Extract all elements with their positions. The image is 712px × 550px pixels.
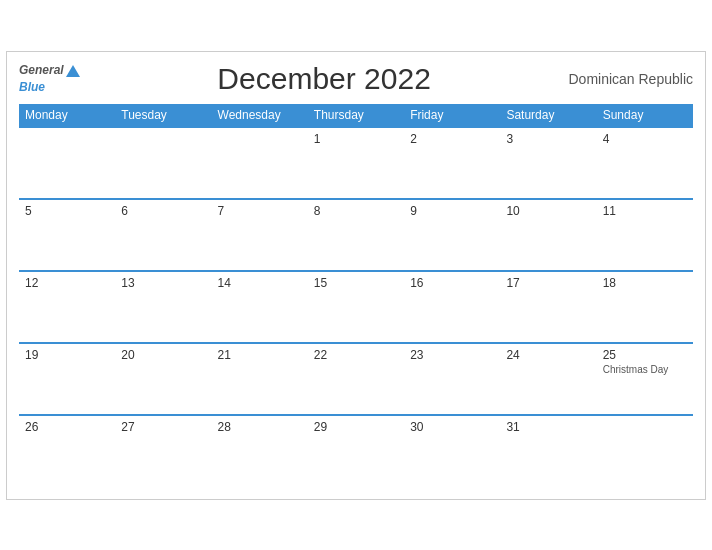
week-row-1: 1234: [19, 127, 693, 199]
day-number: 5: [25, 204, 109, 218]
day-number: 31: [506, 420, 590, 434]
day-number: 15: [314, 276, 398, 290]
day-number: 1: [314, 132, 398, 146]
calendar-header: General Blue December 2022 Dominican Rep…: [19, 62, 693, 96]
day-number: 12: [25, 276, 109, 290]
calendar-grid: MondayTuesdayWednesdayThursdayFridaySatu…: [19, 104, 693, 487]
day-cell: 22: [308, 343, 404, 415]
day-cell: 15: [308, 271, 404, 343]
day-cell: 26: [19, 415, 115, 487]
holiday-label: Christmas Day: [603, 364, 687, 375]
day-number: 28: [218, 420, 302, 434]
country-name: Dominican Republic: [568, 71, 693, 87]
day-number: 23: [410, 348, 494, 362]
month-title: December 2022: [217, 62, 430, 96]
col-header-wednesday: Wednesday: [212, 104, 308, 127]
day-number: 10: [506, 204, 590, 218]
day-cell: [212, 127, 308, 199]
day-cell: 9: [404, 199, 500, 271]
day-cell: 16: [404, 271, 500, 343]
day-cell: [115, 127, 211, 199]
col-header-tuesday: Tuesday: [115, 104, 211, 127]
day-number: 30: [410, 420, 494, 434]
day-cell: 8: [308, 199, 404, 271]
day-cell: 12: [19, 271, 115, 343]
day-cell: 5: [19, 199, 115, 271]
day-cell: 4: [597, 127, 693, 199]
day-number: 6: [121, 204, 205, 218]
day-cell: 18: [597, 271, 693, 343]
day-cell: 6: [115, 199, 211, 271]
day-cell: 7: [212, 199, 308, 271]
day-number: 7: [218, 204, 302, 218]
col-header-friday: Friday: [404, 104, 500, 127]
day-cell: 23: [404, 343, 500, 415]
week-row-2: 567891011: [19, 199, 693, 271]
day-number: 2: [410, 132, 494, 146]
day-number: 19: [25, 348, 109, 362]
day-cell: 3: [500, 127, 596, 199]
day-number: 20: [121, 348, 205, 362]
day-number: 21: [218, 348, 302, 362]
day-cell: 14: [212, 271, 308, 343]
day-cell: 27: [115, 415, 211, 487]
day-number: 22: [314, 348, 398, 362]
day-cell: 11: [597, 199, 693, 271]
day-cell: 30: [404, 415, 500, 487]
day-number: 14: [218, 276, 302, 290]
day-cell: 31: [500, 415, 596, 487]
day-number: 3: [506, 132, 590, 146]
week-row-4: 19202122232425Christmas Day: [19, 343, 693, 415]
day-number: 25: [603, 348, 687, 362]
header-row: MondayTuesdayWednesdayThursdayFridaySatu…: [19, 104, 693, 127]
day-number: 16: [410, 276, 494, 290]
day-cell: 29: [308, 415, 404, 487]
day-cell: 13: [115, 271, 211, 343]
day-cell: 19: [19, 343, 115, 415]
day-number: 27: [121, 420, 205, 434]
logo-blue: Blue: [19, 80, 45, 94]
col-header-thursday: Thursday: [308, 104, 404, 127]
day-cell: 1: [308, 127, 404, 199]
day-cell: [597, 415, 693, 487]
day-number: 13: [121, 276, 205, 290]
day-cell: [19, 127, 115, 199]
day-cell: 24: [500, 343, 596, 415]
week-row-3: 12131415161718: [19, 271, 693, 343]
day-cell: 20: [115, 343, 211, 415]
col-header-saturday: Saturday: [500, 104, 596, 127]
day-number: 18: [603, 276, 687, 290]
day-number: 11: [603, 204, 687, 218]
day-cell: 21: [212, 343, 308, 415]
day-number: 8: [314, 204, 398, 218]
logo-area: General Blue: [19, 63, 80, 95]
calendar-wrapper: General Blue December 2022 Dominican Rep…: [6, 51, 706, 500]
day-cell: 10: [500, 199, 596, 271]
day-number: 17: [506, 276, 590, 290]
logo-general: General: [19, 63, 64, 77]
col-header-monday: Monday: [19, 104, 115, 127]
day-cell: 28: [212, 415, 308, 487]
day-number: 9: [410, 204, 494, 218]
col-header-sunday: Sunday: [597, 104, 693, 127]
day-cell: 2: [404, 127, 500, 199]
day-number: 24: [506, 348, 590, 362]
logo-triangle-icon: [66, 65, 80, 77]
day-number: 4: [603, 132, 687, 146]
day-cell: 25Christmas Day: [597, 343, 693, 415]
day-number: 29: [314, 420, 398, 434]
day-cell: 17: [500, 271, 596, 343]
day-number: 26: [25, 420, 109, 434]
week-row-5: 262728293031: [19, 415, 693, 487]
